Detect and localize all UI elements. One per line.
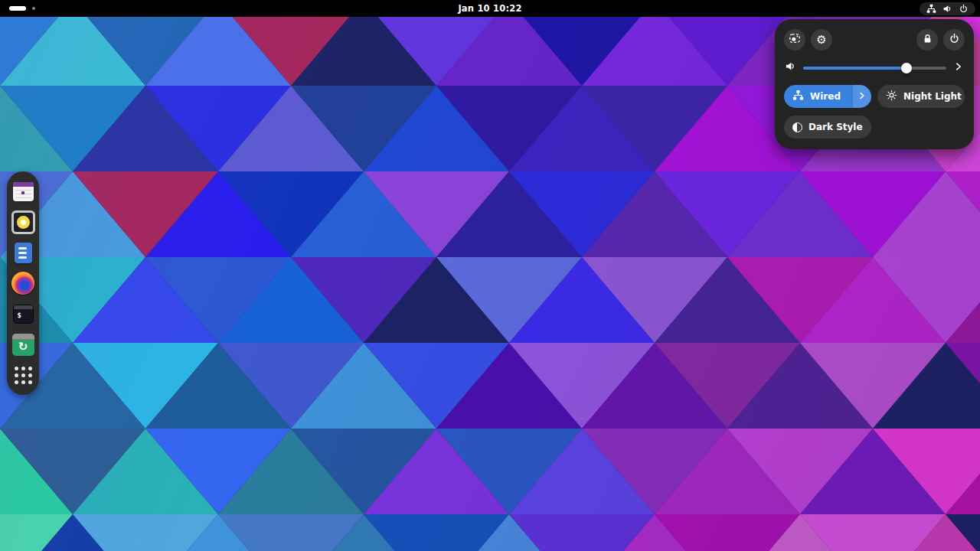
- volume-slider[interactable]: [803, 67, 946, 70]
- workspace-indicator[interactable]: [5, 0, 40, 17]
- contrast-icon: [792, 122, 802, 132]
- chevron-right-icon: [858, 91, 867, 103]
- system-tray[interactable]: [920, 2, 975, 15]
- lock-button[interactable]: [916, 29, 938, 51]
- wired-network-icon: [926, 4, 936, 14]
- top-bar: Jan 10 10:22: [0, 0, 980, 17]
- settings-button[interactable]: ⚙: [811, 29, 832, 51]
- calendar-icon: [13, 182, 34, 201]
- toggle-wired-main[interactable]: Wired: [784, 90, 852, 103]
- dock-item-software-updater[interactable]: ↻: [11, 333, 35, 356]
- workspace-dot[interactable]: [32, 7, 35, 10]
- screenshot-button[interactable]: [784, 29, 805, 51]
- volume-slider-fill: [803, 67, 906, 70]
- app-grid-icon: [15, 367, 32, 384]
- settings-gear-icon: ⚙: [816, 34, 826, 46]
- notes-icon: [15, 243, 32, 263]
- dock-item-music[interactable]: [11, 210, 35, 233]
- speaker-app-icon: [11, 210, 35, 234]
- workspace-active-pill[interactable]: [9, 6, 26, 11]
- toggle-night-light-label: Night Light: [903, 91, 962, 102]
- speaker-icon: [785, 60, 796, 75]
- quick-toggles: Wired Night Light: [784, 85, 965, 139]
- dock-item-notes[interactable]: [11, 241, 35, 264]
- desktop: Jan 10 10:22: [0, 0, 980, 551]
- chevron-right-icon[interactable]: [953, 60, 964, 75]
- volume-row: [784, 60, 965, 75]
- power-button[interactable]: [943, 29, 965, 51]
- dock-item-terminal[interactable]: $: [11, 302, 35, 325]
- toggle-wired-label: Wired: [810, 91, 841, 102]
- clock-button[interactable]: Jan 10 10:22: [458, 3, 521, 14]
- power-icon: [949, 33, 960, 47]
- wired-network-icon: [792, 90, 804, 103]
- dock-item-app-grid[interactable]: [11, 364, 35, 386]
- volume-icon: [942, 4, 952, 14]
- dock-item-calendar[interactable]: [11, 180, 35, 203]
- sun-icon: [886, 90, 897, 103]
- toggle-night-light[interactable]: Night Light: [877, 85, 965, 108]
- toggle-wired[interactable]: Wired: [784, 85, 871, 108]
- lock-icon: [922, 33, 933, 47]
- power-icon: [959, 4, 969, 14]
- dock-item-firefox[interactable]: [11, 272, 35, 295]
- screenshot-icon: [789, 32, 801, 47]
- terminal-icon: $: [13, 305, 34, 324]
- toggle-dark-style-label: Dark Style: [808, 122, 863, 132]
- toggle-wired-expander[interactable]: [852, 85, 871, 108]
- firefox-icon: [11, 272, 34, 295]
- quick-settings-panel: ⚙: [775, 19, 974, 149]
- dock: $ ↻: [7, 171, 39, 395]
- quick-settings-header: ⚙: [784, 29, 965, 51]
- software-updater-icon: ↻: [12, 334, 34, 356]
- toggle-dark-style[interactable]: Dark Style: [784, 116, 871, 139]
- volume-slider-thumb[interactable]: [901, 63, 912, 73]
